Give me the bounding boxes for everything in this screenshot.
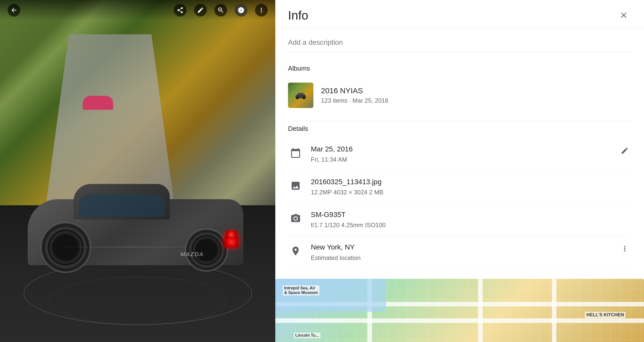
map-label-hells-kitchen: HELL'S KITCHEN [585,312,625,318]
image-icon [288,178,303,193]
location-primary: New York, NY [311,242,611,252]
camera-detail-row: SM-G935T f/1.7 1/120 4.25mm ISO100 [288,203,631,236]
front-wheel [185,228,228,272]
album-thumb-img [288,83,313,108]
floor-circle-inner [49,277,227,325]
album-thumbnail [288,83,313,108]
location-more-button[interactable] [618,242,631,255]
map-label-lincoln: Lincoln Tu... [294,333,320,338]
pencil-icon [197,7,204,14]
file-detail-content: 20160325_113413.jpg 12.2MP 4032 × 3024 2… [311,177,631,197]
location-svg [290,246,301,256]
location-detail-row: New York, NY Estimated location [288,236,631,269]
details-section-title: Details [288,125,631,133]
back-button[interactable] [8,4,20,17]
album-row[interactable]: 2016 NYIAS 123 items · Mar 25, 2016 [288,77,631,113]
info-icon [238,7,245,14]
album-thumb-car-icon [294,91,307,99]
photo-area: MAZDA [0,0,275,342]
camera-detail-content: SM-G935T f/1.7 1/120 4.25mm ISO100 [311,210,631,229]
zoom-icon [217,7,224,14]
mazda-badge: MAZDA [181,251,204,258]
rear-wheel [40,222,91,273]
date-detail-content: Mar 25, 2016 Fri, 11:34 AM [311,144,611,164]
close-icon [619,11,628,20]
close-button[interactable] [616,8,631,23]
calendar-icon [288,145,303,161]
share-icon [177,7,184,14]
album-info: 2016 NYIAS 123 items · Mar 25, 2016 [321,86,388,104]
info-button[interactable] [235,4,247,17]
details-section: Details Mar 25, 2016 Fri, 11:34 AM [288,125,631,269]
calendar-svg [290,148,301,158]
more-options-button[interactable] [255,4,268,17]
info-panel: Info Albums [275,0,644,342]
toolbar-left [8,4,20,17]
toolbar [0,0,275,20]
car-reflection [53,247,205,247]
date-secondary: Fri, 11:34 AM [311,155,611,164]
location-secondary: Estimated location [311,254,611,262]
date-edit-icon [621,147,629,155]
file-name: 20160325_113413.jpg [311,177,631,187]
info-content: Albums 2016 NYIAS [275,28,644,274]
albums-section-title: Albums [288,65,631,72]
date-edit-button[interactable] [618,144,631,157]
info-header: Info [275,0,644,28]
camera-meta: f/1.7 1/120 4.25mm ISO100 [311,221,631,229]
car-window [78,194,165,217]
album-meta: 123 items · Mar 25, 2016 [321,97,388,104]
location-detail-content: New York, NY Estimated location [311,242,611,262]
image-svg [290,180,301,191]
location-more-icon [621,245,629,253]
album-name: 2016 NYIAS [321,86,388,95]
map-road-5 [552,279,556,342]
date-primary: Mar 25, 2016 [311,144,611,154]
zoom-button[interactable] [214,4,227,17]
date-detail-row: Mar 25, 2016 Fri, 11:34 AM [288,138,631,170]
main-car: MAZDA [28,159,243,281]
description-input[interactable] [288,33,631,52]
map-label-intrepid: Intrepid Sea, Air& Space Museum [283,285,319,296]
share-button[interactable] [174,4,187,17]
edit-button[interactable] [194,4,207,17]
albums-section: Albums 2016 NYIAS [288,65,631,113]
map-road-4 [478,279,483,342]
info-title: Info [288,8,308,22]
location-icon [288,243,303,259]
background-car [83,96,113,110]
taillight-left [226,231,237,239]
back-arrow-icon [10,7,18,14]
camera-icon [288,211,303,226]
toolbar-right [174,4,268,17]
file-detail-row: 20160325_113413.jpg 12.2MP 4032 × 3024 2… [288,170,631,203]
more-vert-icon [258,7,265,14]
camera-svg [290,213,301,224]
file-meta: 12.2MP 4032 × 3024 2 MB [311,188,631,197]
map-preview[interactable]: Intrepid Sea, Air& Space Museum HELL'S K… [275,279,644,342]
map-road-2 [275,318,644,323]
section-divider [288,121,631,121]
camera-model: SM-G935T [311,210,631,220]
